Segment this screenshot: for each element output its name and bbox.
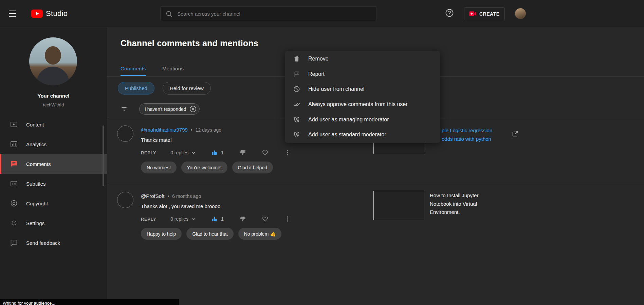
video-title-link[interactable]: ple Logistic regression odds ratio with … [442, 126, 492, 143]
account-avatar[interactable] [515, 8, 526, 19]
video-title-line: ple Logistic regression [442, 126, 492, 135]
sidebar-item-analytics[interactable]: Analytics [0, 134, 107, 154]
chevron-down-icon [191, 151, 196, 154]
replies-toggle[interactable]: 0 replies [170, 150, 196, 155]
comment-options-menu: Remove Report Hide user from channel Alw… [285, 51, 440, 143]
heart-icon[interactable] [262, 216, 269, 222]
page-title: Channel comments and mentions [121, 38, 258, 48]
applied-filter-chip[interactable]: I haven't responded [139, 103, 200, 115]
remove-filter-icon[interactable] [189, 105, 197, 113]
standard-moderator-icon [293, 131, 300, 138]
menu-item-always-approve[interactable]: Always approve comments from this user [285, 97, 440, 112]
menu-item-label: Remove [308, 56, 329, 62]
managing-moderator-icon [293, 116, 300, 123]
tab-comments[interactable]: Comments [121, 60, 146, 76]
thumb-down-icon[interactable] [239, 149, 246, 156]
status-snackbar: Writing for your audience... [0, 299, 179, 305]
menu-icon[interactable] [9, 11, 17, 17]
comment-author[interactable]: @ProfSoft [141, 193, 164, 199]
channel-search [160, 6, 377, 21]
replies-toggle[interactable]: 0 replies [170, 216, 196, 222]
video-thumbnail[interactable] [373, 191, 424, 220]
menu-item-label: Add user as standard moderator [308, 132, 386, 138]
menu-item-label: Hide user from channel [308, 86, 364, 92]
comment-author[interactable]: @mahdihadinia9799 [141, 127, 188, 133]
smart-replies: No worries! You're welcome! Glad it help… [141, 162, 273, 173]
youtube-studio-app: Studio CREATE Your channel techWithId [0, 0, 644, 305]
create-button[interactable]: CREATE [464, 7, 505, 20]
comment-meta: @ProfSoft • 6 months ago [141, 193, 201, 199]
menu-item-hide-user[interactable]: Hide user from channel [285, 82, 440, 97]
filter-chip-held-for-review[interactable]: Held for review [163, 82, 211, 95]
menu-item-report[interactable]: Report [285, 67, 440, 82]
flag-icon [293, 70, 300, 78]
thumb-up-icon[interactable] [211, 149, 218, 156]
copyright-icon [10, 199, 18, 207]
external-link-icon[interactable] [512, 130, 519, 137]
comment-text: Thanks mate! [141, 137, 172, 143]
heart-icon[interactable] [262, 149, 269, 156]
sidebar-item-label: Subtitles [26, 181, 46, 187]
smart-reply-chip[interactable]: Glad to hear that [186, 228, 233, 240]
sidebar-item-label: Send feedback [26, 240, 60, 246]
comment-meta: @mahdihadinia9799 • 12 days ago [141, 127, 221, 133]
smart-replies: Happy to help Glad to hear that No probl… [141, 228, 281, 240]
replies-count: 0 replies [170, 216, 188, 222]
menu-item-remove[interactable]: Remove [285, 51, 440, 67]
reply-button[interactable]: REPLY [141, 217, 156, 222]
create-label: CREATE [479, 11, 500, 17]
menu-item-add-standard-moderator[interactable]: Add user as standard moderator [285, 127, 440, 142]
sidebar-item-content[interactable]: Content [0, 115, 107, 134]
channel-avatar[interactable] [29, 37, 77, 85]
search-icon [165, 10, 173, 18]
thumb-down-icon[interactable] [239, 216, 246, 222]
sidebar-item-copyright[interactable]: Copyright [0, 193, 107, 213]
sidebar-item-label: Analytics [26, 141, 47, 147]
help-icon[interactable] [445, 8, 454, 18]
filter-icon[interactable] [121, 105, 128, 113]
channel-handle: techWithId [0, 102, 107, 107]
sidebar-item-settings[interactable]: Settings [0, 213, 107, 233]
sidebar-scrollbar[interactable] [103, 125, 104, 186]
smart-reply-chip[interactable]: You're welcome! [181, 162, 227, 173]
sidebar-item-label: Settings [26, 220, 44, 226]
replies-count: 0 replies [170, 150, 188, 155]
like-count: 1 [221, 150, 224, 155]
top-app-bar: Studio CREATE [0, 0, 644, 27]
meta-separator: • [191, 127, 192, 133]
more-options-icon[interactable] [284, 149, 291, 156]
block-icon [293, 85, 300, 93]
menu-item-add-managing-moderator[interactable]: Add user as managing moderator [285, 112, 440, 127]
logo-text: Studio [46, 9, 68, 18]
channel-name[interactable]: Your channel [0, 93, 107, 99]
comment-actions: REPLY 0 replies 1 [141, 147, 291, 158]
sidebar-item-subtitles[interactable]: Subtitles [0, 174, 107, 193]
status-filter-chips: Published Held for review [118, 82, 211, 95]
youtube-play-icon [31, 10, 43, 18]
commenter-avatar[interactable] [117, 192, 133, 208]
tab-mentions[interactable]: Mentions [162, 60, 184, 76]
commenter-avatar[interactable] [117, 125, 133, 142]
youtube-studio-logo[interactable]: Studio [31, 9, 68, 18]
smart-reply-chip[interactable]: Happy to help [141, 228, 182, 240]
more-options-icon[interactable] [284, 216, 291, 222]
chevron-down-icon [191, 218, 196, 220]
feedback-icon [10, 239, 18, 247]
comment-actions: REPLY 0 replies 1 [141, 214, 291, 224]
sidebar-item-comments[interactable]: Comments [0, 154, 107, 174]
sidebar-item-send-feedback[interactable]: Send feedback [0, 233, 107, 253]
like-group: 1 [211, 149, 224, 156]
smart-reply-chip[interactable]: No problem 👍 [238, 228, 282, 240]
reply-button[interactable]: REPLY [141, 150, 156, 155]
filter-chip-published[interactable]: Published [118, 82, 154, 95]
search-input[interactable] [177, 11, 372, 17]
settings-gear-icon [10, 219, 18, 227]
smart-reply-chip[interactable]: Glad it helped [232, 162, 273, 173]
menu-item-label: Add user as managing moderator [308, 117, 389, 123]
smart-reply-chip[interactable]: No worries! [141, 162, 177, 173]
comment-time: 6 months ago [172, 193, 201, 199]
like-group: 1 [211, 216, 224, 222]
comment-text: Thanks alot , you saved me broooo [141, 203, 220, 209]
thumb-up-icon[interactable] [211, 216, 218, 222]
video-title-line: odds ratio with python [442, 135, 492, 143]
